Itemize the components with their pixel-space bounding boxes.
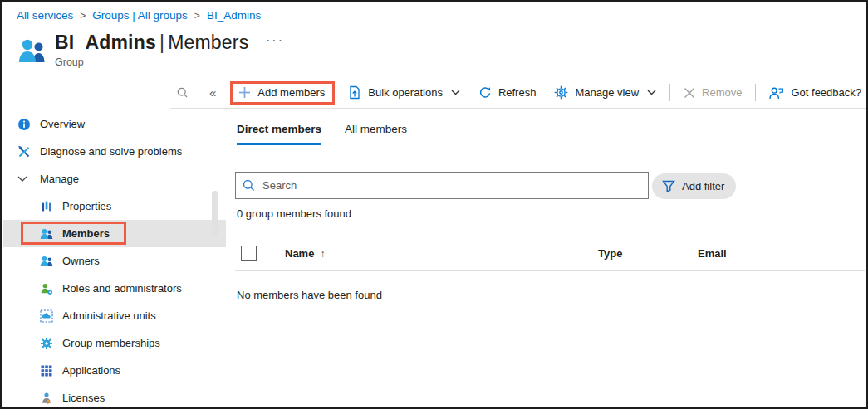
filter-funnel-icon [662, 180, 675, 192]
empty-state-text: No members have been found [237, 289, 382, 301]
sidebar-item-label: Group memberships [62, 337, 160, 349]
add-members-label: Add members [257, 86, 325, 99]
collapse-menu-button[interactable]: « [209, 85, 216, 100]
info-icon [17, 117, 32, 131]
refresh-button[interactable]: Refresh [478, 86, 537, 100]
sidebar-scrollbar[interactable] [212, 191, 218, 236]
member-count-text: 0 group members found [237, 207, 351, 220]
sidebar-item-label: Properties [62, 200, 111, 212]
members-search-input[interactable] [262, 179, 641, 192]
plus-icon [238, 86, 251, 99]
column-name-label: Name [285, 247, 314, 260]
page-header: BI_Admins|Members Group [18, 32, 248, 68]
sidebar-item-label: Overview [40, 118, 85, 130]
column-header-name[interactable]: Name ↑ [285, 247, 325, 260]
sidebar-section-label: Manage [40, 173, 79, 185]
page-title: BI_Admins|Members [55, 32, 248, 54]
licenses-icon [40, 391, 54, 405]
page-title-object: BI_Admins [55, 32, 156, 53]
toolbar-divider [755, 84, 756, 101]
sidebar-item-members[interactable]: Members [3, 220, 226, 247]
blade-menu: Overview Diagnose and solve problems Man… [3, 110, 226, 406]
sidebar-item-label: Owners [62, 255, 100, 267]
gear-icon [554, 85, 568, 100]
breadcrumb: All services > Groups | All groups > BI_… [17, 9, 261, 22]
x-icon [684, 87, 695, 99]
got-feedback-button[interactable]: Got feedback? [769, 86, 861, 100]
breadcrumb-separator-icon: > [194, 10, 200, 22]
sidebar-item-diagnose[interactable]: Diagnose and solve problems [3, 138, 226, 165]
add-members-button[interactable]: Add members [238, 86, 325, 99]
feedback-person-icon [769, 86, 784, 100]
sidebar-item-owners[interactable]: Owners [3, 247, 226, 275]
page-title-divider: | [159, 32, 164, 53]
tab-all-members[interactable]: All members [345, 123, 407, 145]
member-tabs: Direct members All members [237, 123, 407, 145]
group-memberships-gear-icon [40, 336, 54, 350]
sidebar-item-label: Roles and administrators [62, 282, 182, 295]
search-box [235, 172, 649, 199]
sidebar-item-label: Applications [62, 364, 120, 377]
manage-view-button[interactable]: Manage view [554, 85, 656, 100]
roles-person-gear-icon [40, 281, 54, 295]
filter-row: Add filter [235, 172, 865, 200]
toolbar-divider [669, 84, 670, 101]
members-pane: Direct members All members Add filter 0 … [235, 110, 865, 406]
manage-view-label: Manage view [575, 86, 639, 99]
remove-label: Remove [702, 86, 742, 99]
sidebar-item-applications[interactable]: Applications [3, 357, 226, 384]
owners-people-icon [40, 254, 54, 268]
bulk-operations-label: Bulk operations [368, 86, 443, 99]
properties-icon [40, 199, 54, 213]
annotation-box-add-members: Add members [230, 81, 335, 105]
add-filter-button[interactable]: Add filter [652, 173, 736, 199]
page-title-section: Members [168, 32, 248, 53]
sort-ascending-icon: ↑ [320, 248, 325, 260]
breadcrumb-link-bi-admins[interactable]: BI_Admins [207, 9, 261, 22]
page-subtitle: Group [55, 56, 248, 68]
got-feedback-label: Got feedback? [791, 86, 861, 99]
menu-search-button[interactable] [177, 87, 188, 98]
breadcrumb-separator-icon: > [80, 10, 86, 22]
administrative-units-icon [40, 309, 54, 323]
chevron-down-icon [17, 172, 32, 186]
sidebar-item-licenses[interactable]: Licenses [3, 384, 226, 409]
column-header-email[interactable]: Email [698, 247, 727, 260]
applications-grid-icon [40, 363, 54, 377]
members-people-icon [40, 226, 54, 241]
sidebar-item-roles-administrators[interactable]: Roles and administrators [3, 275, 226, 302]
sidebar-item-administrative-units[interactable]: Administrative units [3, 302, 226, 329]
search-icon [243, 179, 255, 192]
sidebar-item-group-memberships[interactable]: Group memberships [3, 329, 226, 357]
group-icon [18, 37, 48, 65]
refresh-icon [478, 86, 492, 100]
search-icon [177, 87, 188, 98]
command-bar: « Add members Bulk opera [170, 77, 866, 109]
column-header-type[interactable]: Type [598, 247, 622, 260]
azure-group-members-blade: All services > Groups | All groups > BI_… [0, 0, 868, 409]
sidebar-item-label: Licenses [62, 392, 105, 404]
bulk-operations-icon [348, 85, 361, 100]
sidebar-item-properties[interactable]: Properties [3, 192, 226, 220]
chevron-down-icon [647, 90, 656, 95]
sidebar-item-label: Members [62, 227, 110, 240]
breadcrumb-link-groups-all-groups[interactable]: Groups | All groups [92, 9, 188, 22]
bulk-operations-button[interactable]: Bulk operations [348, 85, 460, 100]
chevron-down-icon [451, 90, 460, 95]
sidebar-item-label: Administrative units [62, 309, 156, 322]
sidebar-item-overview[interactable]: Overview [3, 110, 226, 138]
sidebar-item-label: Diagnose and solve problems [40, 145, 182, 158]
select-all-checkbox[interactable] [241, 246, 257, 261]
breadcrumb-link-all-services[interactable]: All services [17, 9, 73, 22]
tools-icon [17, 144, 32, 158]
refresh-label: Refresh [498, 86, 537, 99]
remove-button[interactable]: Remove [684, 86, 742, 99]
tab-direct-members[interactable]: Direct members [237, 123, 321, 145]
sidebar-section-manage[interactable]: Manage [3, 165, 226, 192]
members-table-header: Name ↑ Type Email [235, 239, 865, 271]
more-options-button[interactable]: ··· [266, 33, 284, 48]
add-filter-label: Add filter [682, 180, 724, 192]
